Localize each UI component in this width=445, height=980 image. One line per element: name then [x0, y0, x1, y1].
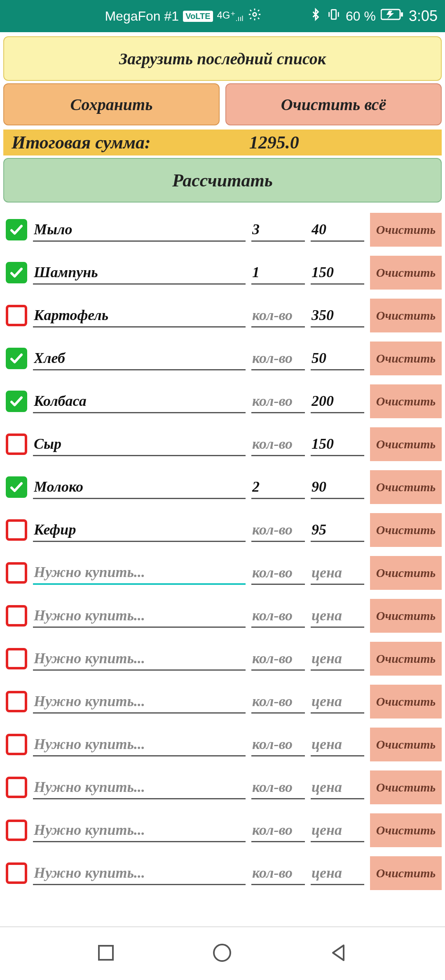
- item-checkbox[interactable]: [6, 219, 27, 240]
- item-qty-input[interactable]: [251, 862, 305, 885]
- clear-row-button[interactable]: Очистить: [370, 856, 442, 890]
- item-price-input[interactable]: [311, 819, 364, 842]
- item-price-input[interactable]: [311, 647, 364, 671]
- items-list: ОчиститьОчиститьОчиститьОчиститьОчистить…: [0, 208, 445, 895]
- item-qty-input[interactable]: [251, 304, 305, 327]
- item-price-input[interactable]: [311, 218, 364, 242]
- item-qty-input[interactable]: [251, 347, 305, 370]
- item-name-input[interactable]: [33, 304, 246, 327]
- load-last-list-button[interactable]: Загрузить последний список: [3, 36, 442, 81]
- item-qty-input[interactable]: [251, 390, 305, 413]
- item-name-input[interactable]: [33, 647, 246, 671]
- svg-rect-1: [331, 10, 336, 19]
- nav-recent-icon[interactable]: [96, 943, 115, 964]
- clear-row-button[interactable]: Очистить: [370, 213, 442, 247]
- item-qty-input[interactable]: [251, 561, 305, 585]
- item-price-input[interactable]: [311, 604, 364, 628]
- item-name-input[interactable]: [33, 733, 246, 756]
- calculate-button[interactable]: Рассчитать: [3, 158, 442, 203]
- item-checkbox[interactable]: [6, 391, 27, 412]
- item-price-input[interactable]: [311, 347, 364, 370]
- item-name-input[interactable]: [33, 561, 246, 585]
- item-name-input[interactable]: [33, 819, 246, 842]
- item-checkbox[interactable]: [6, 862, 27, 884]
- item-price-input[interactable]: [311, 476, 364, 499]
- item-price-input[interactable]: [311, 862, 364, 885]
- item-row: Очистить: [3, 208, 442, 251]
- clear-row-button[interactable]: Очистить: [370, 342, 442, 375]
- item-qty-input[interactable]: [251, 604, 305, 628]
- clear-row-button[interactable]: Очистить: [370, 728, 442, 761]
- network-label: 4G⁺.ııl: [217, 9, 244, 23]
- item-checkbox[interactable]: [6, 348, 27, 369]
- item-row: Очистить: [3, 680, 442, 723]
- clear-row-button[interactable]: Очистить: [370, 685, 442, 719]
- item-price-input[interactable]: [311, 518, 364, 542]
- item-qty-input[interactable]: [251, 518, 305, 542]
- item-name-input[interactable]: [33, 390, 246, 413]
- clear-row-button[interactable]: Очистить: [370, 256, 442, 290]
- item-price-input[interactable]: [311, 433, 364, 456]
- item-checkbox[interactable]: [6, 648, 27, 669]
- item-name-input[interactable]: [33, 476, 246, 499]
- item-qty-input[interactable]: [251, 433, 305, 456]
- item-checkbox[interactable]: [6, 476, 27, 498]
- status-bar: MegaFon #1 VoLTE 4G⁺.ııl 60 % 3:05: [0, 0, 445, 32]
- clear-row-button[interactable]: Очистить: [370, 556, 442, 590]
- clear-row-button[interactable]: Очистить: [370, 513, 442, 547]
- item-qty-input[interactable]: [251, 647, 305, 671]
- nav-home-icon[interactable]: [212, 942, 232, 965]
- item-checkbox[interactable]: [6, 820, 27, 841]
- item-name-input[interactable]: [33, 862, 246, 885]
- item-price-input[interactable]: [311, 690, 364, 714]
- battery-percent: 60 %: [346, 9, 376, 24]
- save-button[interactable]: Сохранить: [3, 83, 220, 125]
- item-checkbox[interactable]: [6, 433, 27, 455]
- item-name-input[interactable]: [33, 604, 246, 628]
- item-price-input[interactable]: [311, 261, 364, 285]
- item-qty-input[interactable]: [251, 733, 305, 756]
- clear-row-button[interactable]: Очистить: [370, 470, 442, 504]
- bluetooth-icon: [309, 7, 322, 26]
- clear-all-button[interactable]: Очистить всё: [225, 83, 442, 125]
- item-qty-input[interactable]: [251, 776, 305, 799]
- clear-row-button[interactable]: Очистить: [370, 599, 442, 633]
- item-price-input[interactable]: [311, 561, 364, 585]
- item-name-input[interactable]: [33, 347, 246, 370]
- clear-row-button[interactable]: Очистить: [370, 642, 442, 676]
- item-row: Очистить: [3, 466, 442, 509]
- item-qty-input[interactable]: [251, 261, 305, 285]
- item-checkbox[interactable]: [6, 777, 27, 798]
- item-price-input[interactable]: [311, 390, 364, 413]
- item-qty-input[interactable]: [251, 690, 305, 714]
- clear-row-button[interactable]: Очистить: [370, 427, 442, 461]
- item-checkbox[interactable]: [6, 605, 27, 627]
- battery-icon: [381, 8, 404, 24]
- item-qty-input[interactable]: [251, 476, 305, 499]
- item-name-input[interactable]: [33, 518, 246, 542]
- item-qty-input[interactable]: [251, 218, 305, 242]
- item-name-input[interactable]: [33, 261, 246, 285]
- item-checkbox[interactable]: [6, 305, 27, 326]
- item-checkbox[interactable]: [6, 262, 27, 283]
- item-name-input[interactable]: [33, 218, 246, 242]
- item-price-input[interactable]: [311, 776, 364, 799]
- item-row: Очистить: [3, 766, 442, 809]
- item-row: Очистить: [3, 380, 442, 423]
- item-checkbox[interactable]: [6, 691, 27, 712]
- item-checkbox[interactable]: [6, 562, 27, 584]
- item-qty-input[interactable]: [251, 819, 305, 842]
- item-row: Очистить: [3, 251, 442, 294]
- clear-row-button[interactable]: Очистить: [370, 770, 442, 804]
- item-name-input[interactable]: [33, 433, 246, 456]
- clear-row-button[interactable]: Очистить: [370, 813, 442, 847]
- clear-row-button[interactable]: Очистить: [370, 384, 442, 418]
- item-price-input[interactable]: [311, 733, 364, 756]
- nav-back-icon[interactable]: [329, 943, 349, 964]
- item-price-input[interactable]: [311, 304, 364, 327]
- item-checkbox[interactable]: [6, 734, 27, 755]
- clear-row-button[interactable]: Очистить: [370, 299, 442, 332]
- item-name-input[interactable]: [33, 690, 246, 714]
- item-checkbox[interactable]: [6, 519, 27, 541]
- item-name-input[interactable]: [33, 776, 246, 799]
